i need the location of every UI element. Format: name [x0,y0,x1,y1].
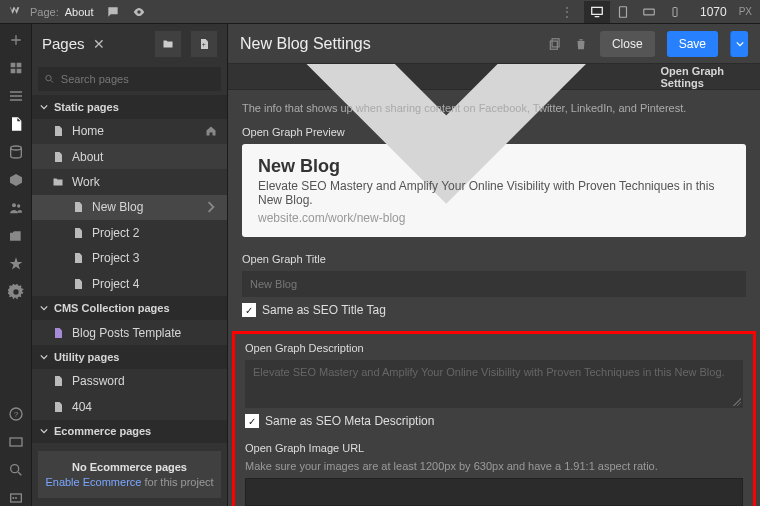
close-button[interactable]: Close [600,31,655,57]
pages-search-input[interactable] [61,73,215,85]
svg-text:?: ? [13,410,18,419]
page-item-blog-posts-template[interactable]: Blog Posts Template [32,320,227,345]
og-image-url-input[interactable] [245,478,743,506]
viewport-desktop-button[interactable] [584,1,610,23]
checkbox-icon: ✓ [245,414,259,428]
navigator-icon[interactable] [8,88,24,104]
pages-panel-title: Pages [42,35,85,52]
top-bar: Page: About ⋮ 1070 PX [0,0,760,24]
svg-rect-0 [592,7,603,14]
open-graph-section-header[interactable]: Open Graph Settings [228,64,760,90]
cms-pages-section[interactable]: CMS Collection pages [32,296,227,319]
comment-icon[interactable] [106,5,120,19]
svg-rect-16 [550,41,557,49]
viewport-width-unit: PX [739,6,752,17]
svg-point-4 [10,146,21,150]
page-item-about[interactable]: About [32,144,227,169]
new-page-button[interactable] [191,31,217,57]
og-image-url-label: Open Graph Image URL [245,442,743,454]
viewport-mobile-landscape-button[interactable] [636,1,662,23]
enable-ecommerce-link[interactable]: Enable Ecommerce [45,476,141,488]
new-folder-button[interactable] [155,31,181,57]
trash-icon[interactable] [574,37,588,51]
page-icon [72,226,84,240]
left-rail: ? [0,24,32,506]
ecommerce-nav-icon[interactable] [8,172,24,188]
video-icon[interactable] [8,434,24,450]
svg-point-5 [12,203,16,207]
page-icon [52,400,64,414]
settings-gear-icon[interactable] [8,284,24,300]
pages-icon[interactable] [8,116,24,132]
same-as-seo-meta-checkbox[interactable]: ✓Same as SEO Meta Description [245,414,743,428]
ecommerce-empty-state: No Ecommerce pages Enable Ecommerce for … [38,451,221,498]
page-item-project-2[interactable]: Project 2 [32,220,227,245]
assets-icon[interactable] [8,228,24,244]
page-item-project-4[interactable]: Project 4 [32,271,227,296]
viewport-tablet-button[interactable] [610,1,636,23]
og-info-text: The info that shows up when sharing cont… [242,102,746,114]
svg-rect-1 [619,6,626,17]
symbols-icon[interactable] [8,60,24,76]
pages-search[interactable] [38,67,221,91]
svg-point-10 [10,465,18,473]
users-icon[interactable] [8,200,24,216]
svg-rect-15 [552,38,559,46]
page-icon [72,277,84,291]
preview-eye-icon[interactable] [132,5,146,19]
page-label: Page: [30,6,59,18]
svg-point-12 [12,497,14,499]
audit-icon[interactable] [8,490,24,506]
utility-pages-section[interactable]: Utility pages [32,345,227,368]
save-dropdown-button[interactable] [730,31,748,57]
page-icon [72,251,84,265]
copy-icon[interactable] [548,37,562,51]
chevron-down-icon [40,304,48,312]
same-as-seo-title-checkbox[interactable]: ✓Same as SEO Title Tag [242,303,746,317]
checkbox-icon: ✓ [242,303,256,317]
save-button[interactable]: Save [667,31,718,57]
static-pages-section[interactable]: Static pages [32,95,227,118]
star-icon[interactable] [8,256,24,272]
og-image-url-hint: Make sure your images are at least 1200p… [245,460,743,472]
page-item-home[interactable]: Home [32,119,227,144]
page-icon [72,200,84,214]
cms-icon[interactable] [8,144,24,160]
page-item-project-3[interactable]: Project 3 [32,246,227,271]
ecommerce-pages-section[interactable]: Ecommerce pages [32,420,227,443]
svg-point-6 [17,204,20,207]
close-pages-panel-icon[interactable]: ✕ [93,36,105,52]
page-item-new-blog[interactable]: New Blog [32,195,227,220]
page-item-password[interactable]: Password [32,369,227,394]
svg-point-13 [15,497,17,499]
page-icon [52,326,64,340]
help-icon[interactable]: ? [8,406,24,422]
svg-rect-9 [10,438,22,446]
page-icon [52,150,64,164]
page-item-work[interactable]: Work [32,169,227,194]
og-description-label: Open Graph Description [245,342,743,354]
highlighted-region: Open Graph Description Elevate SEO Maste… [232,331,756,506]
page-item-404[interactable]: 404 [32,394,227,419]
current-page-name[interactable]: About [65,6,94,18]
folder-icon [52,175,64,189]
chevron-down-icon [40,427,48,435]
more-menu-icon[interactable]: ⋮ [560,0,574,24]
ecommerce-empty-title: No Ecommerce pages [44,461,215,473]
viewport-mobile-button[interactable] [662,1,688,23]
page-icon [52,374,64,388]
add-element-icon[interactable] [8,32,24,48]
search-nav-icon[interactable] [8,462,24,478]
page-icon [52,124,64,138]
settings-title: New Blog Settings [240,35,536,53]
chevron-right-icon [205,201,217,213]
search-icon [44,73,55,85]
viewport-width-value[interactable]: 1070 [700,5,727,19]
pages-panel: Pages ✕ Static pages Home About Work New… [32,24,228,506]
settings-panel: New Blog Settings Close Save Open Graph … [228,24,760,506]
svg-rect-3 [673,7,677,16]
svg-point-14 [46,75,51,80]
og-description-textarea[interactable]: Elevate SEO Mastery and Amplify Your Onl… [245,360,743,408]
home-icon [205,125,217,137]
chevron-down-icon [40,103,48,111]
